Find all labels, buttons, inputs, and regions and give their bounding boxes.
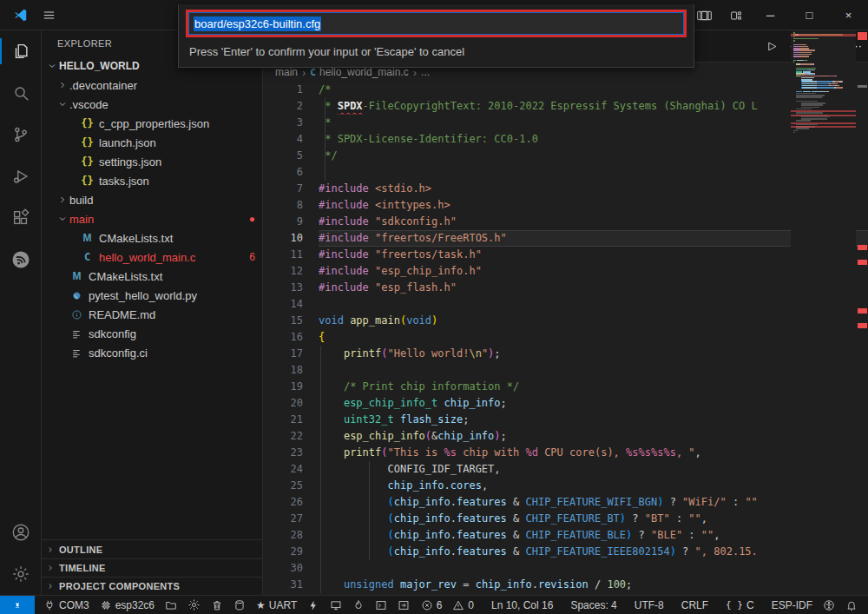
minimize-button[interactable]: ─ (751, 0, 790, 30)
status-erase-flash[interactable] (228, 596, 251, 614)
line-number: 27 (263, 511, 303, 527)
sidebar-item-build[interactable]: build (42, 190, 262, 209)
activity-run-debug-icon[interactable] (0, 155, 41, 197)
activity-extensions-icon[interactable] (0, 197, 41, 239)
code-line-19: 19 /* Print chip information */ (263, 379, 868, 395)
minimap-error-mark (791, 115, 856, 116)
status-project-folder[interactable] (160, 596, 182, 614)
run-or-debug-icon[interactable] (766, 40, 779, 53)
sidebar-item-sdkconfig-ci[interactable]: sdkconfig.ci (42, 343, 262, 362)
status-indentation[interactable]: Spaces: 4 (565, 596, 621, 614)
status-problems-errors[interactable]: 6 (416, 596, 448, 614)
indent-guide (320, 412, 321, 428)
activity-espressif-icon[interactable] (0, 239, 41, 281)
editor-group: main › C hello_world_main.c › ... 1/*2 *… (263, 30, 868, 595)
sidebar-item-tasks-json[interactable]: {}tasks.json (42, 171, 262, 190)
maximize-button[interactable]: □ (790, 0, 829, 30)
code-line-21: 21 uint32_t flash_size; (263, 412, 868, 428)
code-text: CONFIG_IDF_TARGET, (319, 461, 868, 478)
bell-icon (845, 599, 858, 611)
file-label: .devcontainer (69, 79, 255, 92)
sidebar-item-hello-world-main-c[interactable]: Chello_world_main.c6 (42, 248, 262, 267)
status-notifications[interactable] (840, 596, 863, 614)
sidebar-item-pytest-hello-world-py[interactable]: pytest_hello_world.py (42, 286, 262, 305)
activity-account-icon[interactable] (0, 512, 41, 553)
cmake-file-icon: M (69, 270, 84, 282)
file-label: build (69, 194, 255, 207)
sidebar-item-launch-json[interactable]: {}launch.json (42, 133, 262, 152)
status-remote-indicator[interactable] (0, 596, 35, 614)
code-line-3: 3 * (263, 115, 868, 131)
minimap[interactable] (791, 30, 856, 595)
activity-source-control-icon[interactable] (0, 114, 41, 155)
problems-badge: 6 (249, 251, 255, 263)
section-timeline[interactable]: TIMELINE (42, 558, 262, 577)
status-cursor-position[interactable]: Ln 10, Col 16 (486, 596, 558, 614)
quick-input-field[interactable]: board/esp32c6-builtin.cfg (188, 12, 684, 35)
status-language-mode[interactable]: { }C (720, 596, 760, 614)
status-monitor-device[interactable] (325, 596, 347, 614)
status-accessibility[interactable] (818, 596, 840, 614)
code-editor[interactable]: 1/*2 * SPDX-FileCopyrightText: 2010-2022… (263, 82, 868, 595)
sidebar-item-cmakelists-txt[interactable]: MCMakeLists.txt (42, 228, 262, 248)
bolt-icon (307, 599, 319, 611)
activity-spacer (0, 281, 41, 512)
indent-guide (320, 395, 321, 412)
overview-ruler[interactable] (856, 30, 868, 595)
activity-settings-gear-icon[interactable] (0, 553, 41, 595)
error-icon (421, 599, 433, 611)
caret-right-icon (42, 581, 59, 591)
breadcrumb-file[interactable]: hello_world_main.c (319, 66, 409, 78)
indent-guide (320, 362, 321, 379)
code-text: * SPDX-License-Identifier: CC0-1.0 (319, 131, 868, 148)
sidebar-item-sdkconfig[interactable]: sdkconfig (42, 324, 262, 343)
code-text: * SPDX-FileCopyrightText: 2010-2022 Espr… (319, 98, 868, 115)
sidebar-item-cmakelists-txt[interactable]: MCMakeLists.txt (42, 267, 262, 286)
status-flash-device[interactable] (302, 596, 325, 614)
sidebar-item-readme-md[interactable]: README.md (42, 305, 262, 324)
sidebar-item--devcontainer[interactable]: .devcontainer (42, 76, 262, 95)
status-esp-idf[interactable]: ESP-IDF (766, 596, 818, 614)
status-idf-terminal[interactable] (370, 596, 392, 614)
trash-icon (211, 599, 223, 611)
line-number: 12 (263, 263, 303, 280)
vscode-logo-icon (0, 7, 40, 23)
status-full-clean[interactable] (206, 596, 228, 614)
section-outline[interactable]: OUTLINE (42, 540, 262, 558)
breadcrumb-symbol[interactable]: ... (421, 66, 430, 78)
star-icon: ★ (256, 599, 266, 611)
line-number: 11 (263, 247, 303, 263)
toggle-panel-icon[interactable] (692, 0, 721, 30)
line-number: 6 (263, 164, 303, 181)
activity-search-icon[interactable] (0, 72, 41, 114)
status-menuconfig[interactable] (182, 596, 206, 614)
sidebar-item--vscode[interactable]: .vscode (42, 95, 262, 114)
activity-files-icon[interactable] (0, 30, 41, 72)
indent-guide (320, 560, 321, 577)
sidebar-item-settings-json[interactable]: {}settings.json (42, 152, 262, 171)
sidebar-item-main[interactable]: main● (42, 209, 262, 228)
status-problems-warnings[interactable]: 0 (447, 596, 479, 614)
status-eol[interactable]: CRLF (676, 596, 713, 614)
section-project-components[interactable]: PROJECT COMPONENTS (42, 577, 262, 595)
section-label: TIMELINE (59, 563, 106, 573)
customize-layout-icon[interactable] (721, 0, 751, 30)
status-device-target[interactable]: esp32c6 (95, 596, 160, 614)
status-bar: COM3esp32c6★UART 60Ln 10, Col 16Spaces: … (0, 595, 868, 614)
close-button[interactable]: × (829, 0, 868, 30)
status-custom-task[interactable] (392, 596, 415, 614)
code-line-18: 18 (263, 362, 868, 379)
chip-icon (100, 599, 112, 611)
code-line-24: 24 CONFIG_IDF_TARGET, (263, 461, 868, 478)
breadcrumb-folder[interactable]: main (275, 66, 298, 78)
menu-icon[interactable] (42, 8, 56, 23)
sidebar-item-c-cpp-properties-json[interactable]: {}c_cpp_properties.json (42, 114, 262, 133)
indent-guide (320, 544, 321, 560)
status-encoding[interactable]: UTF-8 (629, 596, 669, 614)
line-number: 20 (263, 395, 303, 412)
status-serial-port[interactable]: COM3 (38, 596, 95, 614)
status-label: COM3 (59, 599, 89, 611)
status-flash-method[interactable]: ★UART (251, 596, 302, 614)
line-number: 22 (263, 428, 303, 445)
status-build-flash-monitor[interactable] (347, 596, 370, 614)
